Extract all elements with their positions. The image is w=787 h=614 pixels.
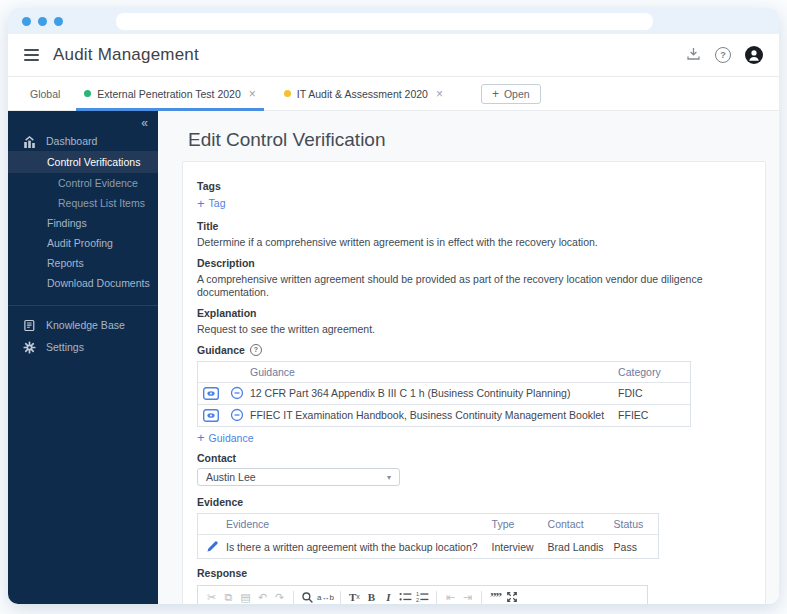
user-avatar-icon[interactable] bbox=[745, 46, 763, 64]
redo-icon: ↷ bbox=[272, 590, 287, 605]
description-field: Description A comprehensive written agre… bbox=[197, 257, 751, 299]
help-circle-icon[interactable]: ? bbox=[250, 344, 262, 356]
evidence-field: Evidence Evidence Type Contact Status Is… bbox=[197, 496, 751, 559]
close-tab-icon[interactable]: × bbox=[249, 87, 256, 101]
undo-icon: ↶ bbox=[255, 590, 270, 605]
description-label: Description bbox=[197, 257, 751, 269]
sidebar-item-label: Audit Proofing bbox=[47, 237, 113, 249]
copy-icon: ⧉ bbox=[221, 590, 236, 605]
tags-label: Tags bbox=[197, 180, 751, 192]
italic-icon[interactable]: I bbox=[381, 590, 396, 605]
address-bar[interactable] bbox=[116, 13, 653, 30]
svg-text:2.: 2. bbox=[416, 597, 421, 603]
remove-guidance-button[interactable] bbox=[224, 404, 250, 426]
remove-format-icon[interactable]: Tx bbox=[347, 590, 362, 605]
evidence-row-type: Interview bbox=[492, 534, 548, 558]
sidebar-item-findings[interactable]: Findings bbox=[8, 213, 158, 233]
sidebar-item-audit-proofing[interactable]: Audit Proofing bbox=[8, 233, 158, 253]
sidebar-item-label: Reports bbox=[47, 257, 84, 269]
title-label: Title bbox=[197, 220, 751, 232]
evidence-row-contact: Brad Landis bbox=[548, 534, 614, 558]
plus-icon: + bbox=[197, 198, 205, 209]
tab-global[interactable]: Global bbox=[30, 88, 60, 100]
blockquote-icon[interactable]: ”” bbox=[488, 590, 503, 605]
find-icon[interactable] bbox=[300, 590, 315, 605]
tab-bar: Global External Penetration Test 2020×IT… bbox=[8, 77, 779, 111]
browser-chrome bbox=[8, 8, 779, 34]
guidance-row-text: FFIEC IT Examination Handbook, Business … bbox=[250, 404, 618, 426]
outdent-icon: ⇤ bbox=[443, 590, 458, 605]
open-tab-button[interactable]: + Open bbox=[481, 84, 541, 104]
preview-guidance-button[interactable] bbox=[198, 404, 224, 426]
tab-status-dot-icon bbox=[284, 90, 291, 97]
traffic-light-icon[interactable] bbox=[22, 17, 31, 26]
cut-icon: ✂ bbox=[204, 590, 219, 605]
evidence-table: Evidence Type Contact Status Is there a … bbox=[197, 513, 659, 559]
evidence-col-header: Evidence bbox=[226, 514, 492, 534]
svg-text:1.: 1. bbox=[416, 591, 421, 597]
sidebar: « DashboardControl VerificationsControl … bbox=[8, 111, 158, 604]
guidance-row-text: 12 CFR Part 364 Appendix B III C 1 h (Bu… bbox=[250, 382, 618, 404]
plus-icon: + bbox=[492, 89, 499, 99]
toolbar-separator bbox=[340, 591, 341, 604]
sidebar-item-control-verifications[interactable]: Control Verifications bbox=[8, 151, 158, 173]
sidebar-item-request-list-items[interactable]: Request List Items bbox=[8, 193, 158, 213]
traffic-light-icon[interactable] bbox=[38, 17, 47, 26]
edit-form-card: Tags + Tag Title Determine if a comprehe… bbox=[182, 161, 766, 604]
sidebar-item-settings[interactable]: Settings bbox=[8, 337, 158, 357]
tags-field: Tags + Tag bbox=[197, 180, 751, 212]
sidebar-item-control-evidence[interactable]: Control Evidence bbox=[8, 173, 158, 193]
traffic-light-icon[interactable] bbox=[54, 17, 63, 26]
guidance-label: Guidance bbox=[197, 344, 245, 356]
bold-icon[interactable]: B bbox=[364, 590, 379, 605]
audit-tab[interactable]: IT Audit & Assessment 2020× bbox=[276, 77, 451, 110]
chevron-down-icon: ▾ bbox=[387, 473, 391, 482]
indent-icon: ⇥ bbox=[460, 590, 475, 605]
response-label: Response bbox=[197, 567, 751, 579]
description-value: A comprehensive written agreement should… bbox=[197, 273, 751, 299]
preview-guidance-button[interactable] bbox=[198, 382, 224, 404]
edit-evidence-button[interactable] bbox=[198, 534, 226, 558]
sidebar-item-dashboard[interactable]: Dashboard bbox=[8, 131, 158, 151]
remove-guidance-button[interactable] bbox=[224, 382, 250, 404]
add-guidance-button[interactable]: + Guidance bbox=[197, 432, 254, 444]
status-col-header: Status bbox=[614, 514, 658, 534]
toolbar-separator bbox=[293, 591, 294, 604]
add-tag-button[interactable]: + Tag bbox=[197, 197, 226, 209]
download-icon[interactable] bbox=[686, 46, 701, 65]
dashboard-icon bbox=[21, 135, 37, 148]
guidance-row-category: FDIC bbox=[618, 382, 690, 404]
plus-icon: + bbox=[197, 432, 205, 443]
sidebar-item-label: Findings bbox=[47, 217, 87, 229]
sidebar-item-reports[interactable]: Reports bbox=[8, 253, 158, 273]
sidebar-item-label: Download Documents bbox=[47, 277, 150, 289]
contact-field: Contact Austin Lee ▾ bbox=[197, 452, 751, 486]
numbered-list-icon[interactable]: 1.2. bbox=[415, 590, 430, 605]
close-tab-icon[interactable]: × bbox=[436, 87, 443, 101]
help-icon[interactable]: ? bbox=[715, 47, 731, 63]
main-content: Edit Control Verification Tags + Tag Tit… bbox=[158, 111, 779, 604]
bullet-list-icon[interactable] bbox=[398, 590, 413, 605]
audit-tab[interactable]: External Penetration Test 2020× bbox=[76, 77, 263, 110]
guidance-row-category: FFIEC bbox=[618, 404, 690, 426]
menu-icon[interactable] bbox=[24, 49, 39, 61]
sidebar-item-download-documents[interactable]: Download Documents bbox=[8, 273, 158, 293]
response-editor: ✂⧉▤↶↷a↔bTxBI1.2.⇤⇥”” Everything looks go… bbox=[197, 585, 648, 604]
page-title: Edit Control Verification bbox=[188, 129, 766, 151]
sidebar-item-label: Request List Items bbox=[58, 197, 145, 209]
guidance-field: Guidance ? Guidance Category 12 CFR Part… bbox=[197, 344, 751, 447]
evidence-label: Evidence bbox=[197, 496, 751, 508]
replace-icon[interactable]: a↔b bbox=[317, 590, 334, 605]
guidance-col-header: Guidance bbox=[250, 362, 618, 382]
contact-select[interactable]: Austin Lee ▾ bbox=[197, 468, 400, 486]
tab-status-dot-icon bbox=[84, 90, 91, 97]
app-header: Audit Management ? bbox=[8, 34, 779, 77]
toolbar-separator bbox=[436, 591, 437, 604]
sidebar-item-knowledge-base[interactable]: Knowledge Base bbox=[8, 315, 158, 335]
title-value: Determine if a comprehensive written agr… bbox=[197, 236, 751, 249]
sidebar-divider bbox=[8, 305, 158, 306]
evidence-row-evidence: Is there a written agreement with the ba… bbox=[226, 534, 492, 558]
collapse-sidebar-icon[interactable]: « bbox=[8, 111, 158, 131]
settings-icon bbox=[21, 341, 37, 354]
maximize-icon[interactable] bbox=[505, 590, 520, 605]
